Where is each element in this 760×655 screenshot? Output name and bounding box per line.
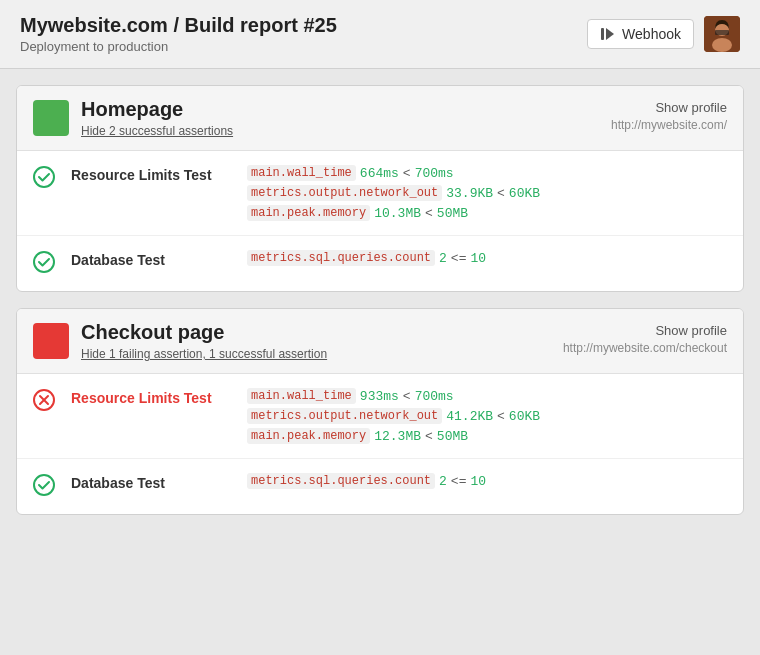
section-name-homepage: Homepage (81, 98, 233, 121)
metric-operator: < (403, 166, 411, 181)
status-square-homepage (33, 100, 69, 136)
svg-rect-0 (601, 28, 604, 40)
test-name-database: Database Test (71, 250, 231, 268)
page-header: Mywebsite.com / Build report #25 Deploym… (0, 0, 760, 69)
section-card-checkout: Checkout pageHide 1 failing assertion, 1… (16, 308, 744, 515)
test-metrics-database-2: metrics.sql.queries.count2<=10 (247, 473, 486, 489)
metric-limit: 60KB (509, 409, 540, 424)
metric-operator: <= (451, 251, 467, 266)
page-subtitle: Deployment to production (20, 39, 337, 54)
test-name-resource-limits: Resource Limits Test (71, 165, 231, 183)
show-profile-link-checkout[interactable]: Show profile (655, 323, 727, 338)
metric-operator: < (497, 186, 505, 201)
assertions-toggle-checkout[interactable]: Hide 1 failing assertion, 1 successful a… (81, 347, 327, 361)
metric-line-resource-limits-2-1: metrics.output.network_out41.2KB<60KB (247, 408, 540, 424)
avatar[interactable] (704, 16, 740, 52)
svg-point-7 (34, 252, 54, 272)
metric-key: main.peak.memory (247, 205, 370, 221)
metric-limit: 60KB (509, 186, 540, 201)
metric-line-resource-limits-2: main.peak.memory10.3MB<50MB (247, 205, 540, 221)
assertions-toggle-homepage[interactable]: Hide 2 successful assertions (81, 124, 233, 138)
show-profile-link-homepage[interactable]: Show profile (655, 100, 727, 115)
metric-key: metrics.output.network_out (247, 408, 442, 424)
section-url-homepage: http://mywebsite.com/ (611, 118, 727, 132)
page-title: Mywebsite.com / Build report #25 (20, 14, 337, 37)
metric-key: metrics.sql.queries.count (247, 250, 435, 266)
metric-limit: 700ms (415, 389, 454, 404)
metric-value: 41.2KB (446, 409, 493, 424)
metric-key: main.wall_time (247, 388, 356, 404)
metric-key: main.peak.memory (247, 428, 370, 444)
metric-limit: 10 (470, 474, 486, 489)
test-row-resource-limits: Resource Limits Testmain.wall_time664ms<… (17, 151, 743, 236)
metric-value: 664ms (360, 166, 399, 181)
section-url-checkout: http://mywebsite.com/checkout (563, 341, 727, 355)
test-metrics-resource-limits: main.wall_time664ms<700msmetrics.output.… (247, 165, 540, 221)
test-status-icon-resource-limits-2 (33, 389, 55, 415)
metric-operator: < (425, 206, 433, 221)
metric-key: metrics.output.network_out (247, 185, 442, 201)
metric-limit: 700ms (415, 166, 454, 181)
section-header-homepage: HomepageHide 2 successful assertionsShow… (17, 86, 743, 151)
metric-key: metrics.sql.queries.count (247, 473, 435, 489)
metric-line-database-2-0: metrics.sql.queries.count2<=10 (247, 473, 486, 489)
metric-line-resource-limits-2-0: main.wall_time933ms<700ms (247, 388, 540, 404)
metric-line-resource-limits-0: main.wall_time664ms<700ms (247, 165, 540, 181)
metric-key: main.wall_time (247, 165, 356, 181)
webhook-button[interactable]: Webhook (587, 19, 694, 49)
metric-value: 933ms (360, 389, 399, 404)
svg-marker-1 (606, 28, 614, 40)
test-metrics-resource-limits-2: main.wall_time933ms<700msmetrics.output.… (247, 388, 540, 444)
metric-operator: < (497, 409, 505, 424)
section-name-checkout: Checkout page (81, 321, 327, 344)
test-status-icon-database (33, 251, 55, 277)
test-status-icon-resource-limits (33, 166, 55, 192)
metric-value: 2 (439, 474, 447, 489)
webhook-play-icon (600, 26, 616, 42)
svg-rect-5 (715, 30, 729, 35)
metric-operator: < (425, 429, 433, 444)
test-row-resource-limits-2: Resource Limits Testmain.wall_time933ms<… (17, 374, 743, 459)
test-name-resource-limits-2: Resource Limits Test (71, 388, 231, 406)
metric-limit: 10 (470, 251, 486, 266)
metric-value: 33.9KB (446, 186, 493, 201)
section-header-checkout: Checkout pageHide 1 failing assertion, 1… (17, 309, 743, 374)
metric-limit: 50MB (437, 206, 468, 221)
svg-point-4 (712, 38, 732, 52)
metric-line-resource-limits-2-2: main.peak.memory12.3MB<50MB (247, 428, 540, 444)
metric-value: 2 (439, 251, 447, 266)
test-metrics-database: metrics.sql.queries.count2<=10 (247, 250, 486, 266)
header-left: Mywebsite.com / Build report #25 Deploym… (20, 14, 337, 54)
svg-point-6 (34, 167, 54, 187)
metric-value: 10.3MB (374, 206, 421, 221)
metric-operator: < (403, 389, 411, 404)
metric-line-database-0: metrics.sql.queries.count2<=10 (247, 250, 486, 266)
metric-value: 12.3MB (374, 429, 421, 444)
metric-line-resource-limits-1: metrics.output.network_out33.9KB<60KB (247, 185, 540, 201)
metric-limit: 50MB (437, 429, 468, 444)
test-name-database-2: Database Test (71, 473, 231, 491)
test-row-database: Database Testmetrics.sql.queries.count2<… (17, 236, 743, 291)
test-row-database-2: Database Testmetrics.sql.queries.count2<… (17, 459, 743, 514)
metric-operator: <= (451, 474, 467, 489)
section-card-homepage: HomepageHide 2 successful assertionsShow… (16, 85, 744, 292)
status-square-checkout (33, 323, 69, 359)
test-status-icon-database-2 (33, 474, 55, 500)
svg-point-11 (34, 475, 54, 495)
main-content: HomepageHide 2 successful assertionsShow… (0, 69, 760, 531)
webhook-label: Webhook (622, 26, 681, 42)
header-right: Webhook (587, 16, 740, 52)
